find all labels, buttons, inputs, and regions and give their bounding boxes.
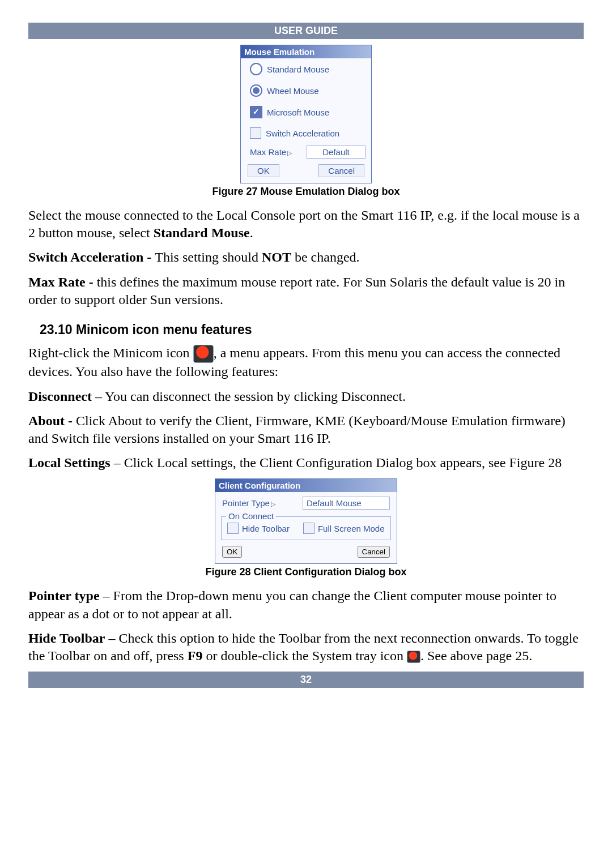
checkbox-full-screen-mode[interactable]: Full Screen Mode (303, 523, 385, 534)
figure-caption: Figure 28 Client Configuration Dialog bo… (28, 566, 584, 578)
check-icon (227, 523, 239, 534)
check-icon (250, 127, 261, 139)
page-header: USER GUIDE (28, 23, 584, 39)
max-rate-label: Max Rate▷ (250, 147, 292, 157)
option-label: Switch Acceleration (266, 129, 339, 138)
paragraph: Switch Acceleration - This setting shoul… (28, 249, 584, 266)
check-icon: ✓ (250, 106, 262, 118)
ok-button[interactable]: OK (248, 164, 279, 177)
minicom-tray-icon (193, 345, 214, 363)
on-connect-fieldset: On Connect Hide Toolbar Full Screen Mode (221, 516, 391, 540)
pointer-type-label: Pointer Type▷ (222, 498, 275, 508)
paragraph: Hide Toolbar – Check this option to hide… (28, 630, 584, 665)
max-rate-row: Max Rate▷ Default (241, 143, 371, 161)
pointer-type-dropdown[interactable]: Default Mouse (303, 497, 390, 510)
page-footer: 32 (28, 672, 584, 688)
minicom-tray-icon (407, 651, 420, 663)
ok-button[interactable]: OK (222, 546, 242, 558)
option-label: Microsoft Mouse (267, 108, 329, 117)
paragraph: About - Click About to verify the Client… (28, 412, 584, 447)
client-configuration-dialog: Client Configuration Pointer Type▷ Defau… (215, 478, 397, 564)
paragraph: Pointer type – From the Drop-down menu y… (28, 587, 584, 622)
mouse-emulation-dialog: Mouse Emulation Standard Mouse Wheel Mou… (240, 45, 372, 183)
checkbox-hide-toolbar[interactable]: Hide Toolbar (227, 523, 290, 534)
radio-wheel-mouse[interactable]: Wheel Mouse (241, 80, 371, 101)
section-heading: 23.10 Minicom icon menu features (40, 322, 584, 337)
fieldset-legend: On Connect (226, 511, 276, 521)
paragraph: Local Settings – Click Local settings, t… (28, 454, 584, 472)
check-icon (303, 523, 314, 534)
radio-icon (250, 84, 262, 97)
option-label: Hide Toolbar (242, 524, 290, 533)
figure-caption: Figure 27 Mouse Emulation Dialog box (28, 186, 584, 198)
option-label: Wheel Mouse (267, 86, 319, 96)
max-rate-dropdown[interactable]: Default (307, 146, 366, 159)
paragraph: Right-click the Minicom icon , a menu ap… (28, 344, 584, 381)
radio-icon (250, 63, 262, 75)
dialog-title: Client Configuration (215, 479, 397, 492)
paragraph: Select the mouse connected to the Local … (28, 207, 584, 242)
option-label: Standard Mouse (267, 65, 329, 74)
radio-standard-mouse[interactable]: Standard Mouse (241, 58, 371, 80)
paragraph: Disconnect – You can disconnect the sess… (28, 388, 584, 405)
cancel-button[interactable]: Cancel (318, 164, 364, 177)
option-label: Full Screen Mode (318, 524, 385, 533)
chevron-right-icon: ▷ (271, 501, 275, 508)
checkbox-switch-acceleration[interactable]: Switch Acceleration (241, 123, 371, 143)
dialog-title: Mouse Emulation (241, 45, 371, 58)
cancel-button[interactable]: Cancel (358, 546, 390, 558)
paragraph: Max Rate - this defines the maximum mous… (28, 273, 584, 309)
checkbox-microsoft-mouse[interactable]: ✓ Microsoft Mouse (241, 101, 371, 123)
chevron-right-icon: ▷ (287, 149, 292, 157)
